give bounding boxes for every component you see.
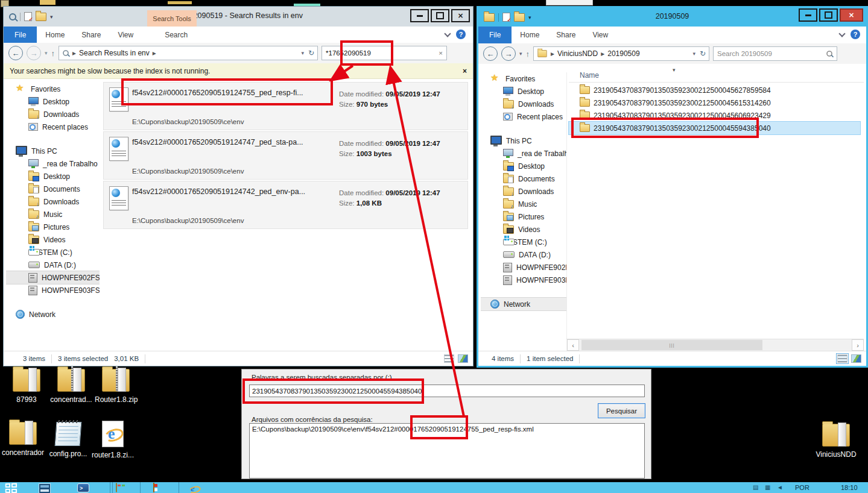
sidebar-item-howpnfe903fs[interactable]: HOWPNFE903FS	[481, 274, 566, 286]
tray-network-icon[interactable]: ▦	[765, 484, 770, 491]
tab-search[interactable]: Search	[151, 27, 201, 43]
search-box[interactable]: Search 20190509	[713, 46, 837, 61]
desktop-icon-concentrad-zip[interactable]: concentrad...	[50, 369, 92, 404]
sidebar-item-recent-places[interactable]: Recent places	[6, 121, 100, 133]
up-button[interactable]: ↑	[51, 49, 55, 58]
clear-search-icon[interactable]	[439, 49, 443, 57]
tab-home[interactable]: Home	[512, 27, 548, 43]
desktop-icon-router-zip[interactable]: Router1.8.zip	[95, 369, 137, 404]
sidebar-item-favorites[interactable]: Favorites	[481, 72, 566, 85]
folder-icon[interactable]	[514, 13, 525, 22]
forward-button[interactable]: →	[27, 46, 41, 60]
search-result-item[interactable]: f54sv212#000017652090519124755_ped_resp-…	[103, 82, 468, 130]
scroll-right-button[interactable]: ›	[852, 339, 864, 351]
qat-dropdown-icon[interactable]: ▾	[50, 14, 53, 20]
sidebar-item-pictures[interactable]: Pictures	[481, 210, 566, 223]
column-header-name[interactable]: Name	[580, 71, 599, 80]
address-bar[interactable]: Search Results in env ▾ ↻	[59, 46, 318, 60]
clock[interactable]: 18:10	[841, 484, 858, 491]
search-tools-contextual-tab[interactable]: Search Tools	[147, 10, 197, 27]
start-button[interactable]	[5, 483, 17, 493]
sidebar-item-recent-places[interactable]: Recent places	[481, 110, 566, 123]
tab-share[interactable]: Share	[73, 27, 109, 43]
sidebar-item-data-d[interactable]: DATA (D:)	[481, 248, 566, 261]
title-bar[interactable]: ▾ 20190509	[478, 8, 866, 27]
expand-ribbon-icon[interactable]	[838, 30, 845, 37]
sidebar-item-downloads2[interactable]: Downloads	[6, 195, 100, 208]
sidebar-item-favorites[interactable]: Favorites	[6, 83, 100, 95]
breadcrumb-20190509[interactable]: 20190509	[607, 49, 639, 58]
sidebar-item-howpnfe902fs[interactable]: HOWPNFE902FS	[6, 271, 100, 284]
scroll-left-button[interactable]: ‹	[567, 339, 579, 351]
search-result-item[interactable]: f54sv212#000017652090519124742_ped_env-p…	[103, 181, 468, 229]
sidebar-item-area-de-trabalho[interactable]: _rea de Trabalho	[6, 157, 100, 170]
folder-icon[interactable]	[484, 13, 495, 22]
desktop-icon-concentrador[interactable]: concentrador	[2, 422, 44, 457]
sidebar-item-desktop[interactable]: Desktop	[6, 95, 100, 108]
back-button[interactable]: ←	[8, 46, 23, 60]
folder-row-selected[interactable]: 2319054370837901350359230021250004559438…	[569, 122, 860, 134]
large-icons-view-icon[interactable]	[851, 354, 861, 363]
breadcrumb[interactable]: Search Results in env	[79, 49, 150, 57]
sidebar-item-data-d[interactable]: DATA (D:)	[6, 259, 100, 271]
sidebar-item-area-de-trabalho[interactable]: _rea de Trabalho	[481, 147, 566, 160]
sidebar-item-downloads[interactable]: Downloads	[481, 98, 566, 110]
minimize-button[interactable]	[799, 8, 817, 22]
desktop-icon-router-html[interactable]: router1.8.zi...	[92, 421, 134, 459]
search-icon[interactable]	[9, 13, 16, 20]
scrollbar-thumb[interactable]: |||	[581, 340, 762, 350]
sidebar-item-videos[interactable]: Videos	[481, 223, 566, 236]
search-result-item[interactable]: f54sv212#000017652090519124747_ped_sta-p…	[103, 131, 468, 180]
sidebar-item-this-pc[interactable]: This PC	[6, 145, 100, 157]
folder-icon[interactable]	[36, 13, 46, 21]
tab-file[interactable]: File	[478, 27, 512, 43]
sidebar-item-this-pc[interactable]: This PC	[481, 134, 566, 147]
address-bar[interactable]: ViniciusNDD 20190509 ▾ ↻	[533, 46, 709, 61]
tab-home[interactable]: Home	[37, 27, 73, 43]
refresh-icon[interactable]: ↻	[308, 49, 314, 57]
expand-ribbon-icon[interactable]	[444, 30, 451, 37]
dismiss-warning-icon[interactable]	[463, 67, 467, 75]
sidebar-item-network[interactable]: Network	[481, 298, 566, 310]
large-icons-view-icon[interactable]	[458, 354, 468, 363]
tray-volume-icon[interactable]: ◄	[777, 484, 783, 491]
sidebar-item-desktop-folder[interactable]: Desktop	[481, 160, 566, 172]
sidebar-item-music[interactable]: Music	[481, 198, 566, 210]
folder-row[interactable]: 2319054370837901350359230021250004562785…	[569, 84, 860, 96]
horizontal-scrollbar[interactable]: ‹ ||| ›	[566, 339, 864, 351]
qat-dropdown-icon[interactable]: ▾	[528, 14, 531, 20]
sidebar-item-system-c[interactable]: SYSTEM (C:)	[6, 246, 100, 259]
minimize-button[interactable]	[410, 9, 429, 22]
search-box[interactable]: *17652090519	[322, 46, 447, 60]
title-bar[interactable]: ▾ *17652090519 - Search Results in env S…	[4, 7, 473, 27]
maximize-button[interactable]	[431, 9, 449, 22]
app-button-orange[interactable]	[153, 483, 154, 492]
internet-explorer-button[interactable]: e	[191, 483, 195, 493]
sidebar-item-desktop[interactable]: Desktop	[481, 85, 566, 98]
sidebar-item-howpnfe902fs[interactable]: HOWPNFE902FS	[481, 261, 566, 274]
tab-view[interactable]: View	[584, 27, 616, 43]
file-explorer-button[interactable]	[116, 483, 117, 492]
details-view-icon[interactable]	[837, 354, 847, 363]
up-button[interactable]: ↑	[526, 49, 530, 58]
history-dropdown-icon[interactable]: ▾	[45, 50, 48, 56]
sidebar-item-music[interactable]: Music	[6, 208, 100, 221]
properties-icon[interactable]	[24, 12, 32, 21]
address-dropdown-icon[interactable]: ▾	[692, 51, 695, 57]
results-listbox[interactable]: E:\Cupons\backup\20190509\ce\env\f54sv21…	[249, 423, 645, 479]
language-indicator[interactable]: POR	[795, 484, 809, 491]
sidebar-item-downloads[interactable]: Downloads	[6, 108, 100, 121]
tab-share[interactable]: Share	[548, 27, 584, 43]
sidebar-item-pictures[interactable]: Pictures	[6, 221, 100, 233]
sidebar-item-documents[interactable]: Documents	[6, 183, 100, 195]
folder-row[interactable]: 2319054370837901350359230021250004560692…	[569, 109, 860, 122]
sidebar-item-documents[interactable]: Documents	[481, 172, 566, 185]
sidebar-item-downloads2[interactable]: Downloads	[481, 185, 566, 198]
details-view-icon[interactable]	[444, 354, 454, 363]
tray-document-icon[interactable]: ▤	[753, 484, 758, 491]
address-dropdown-icon[interactable]: ▾	[301, 50, 304, 56]
sidebar-item-videos[interactable]: Videos	[6, 233, 100, 246]
sidebar-item-desktop-folder[interactable]: Desktop	[6, 170, 100, 183]
tab-view[interactable]: View	[109, 27, 142, 43]
forward-button[interactable]: →	[501, 46, 516, 61]
